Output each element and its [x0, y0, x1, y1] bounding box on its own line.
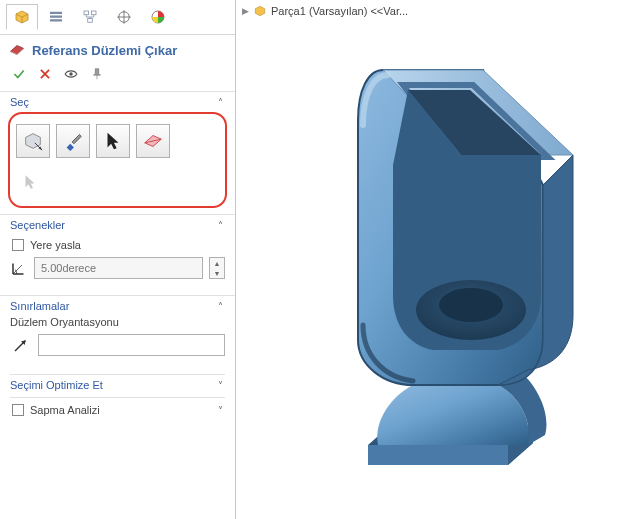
tab-configuration-manager[interactable] — [74, 4, 106, 30]
angle-icon — [10, 259, 28, 277]
direction-arrow-icon — [12, 336, 30, 354]
svg-rect-5 — [88, 19, 93, 23]
plane-orientation-input[interactable] — [38, 334, 225, 356]
chevron-up-icon: ˄ — [218, 220, 223, 231]
section-constraints-label: Sınırlamalar — [10, 300, 69, 312]
snap-to-ground-checkbox[interactable] — [12, 239, 24, 251]
plane-orientation-label: Düzlem Oryantasyonu — [10, 316, 225, 330]
cursor-light-icon — [21, 173, 39, 191]
cursor-deselect-tool[interactable] — [16, 168, 44, 196]
angle-stepper[interactable]: ▲ ▼ — [209, 257, 225, 279]
chevron-up-icon: ˄ — [218, 97, 223, 108]
section-constraints-body: Düzlem Oryantasyonu — [0, 314, 235, 374]
crosshair-icon — [115, 8, 133, 26]
section-constraints-header[interactable]: Sınırlamalar ˄ — [0, 295, 235, 314]
graphics-viewport[interactable]: ▶ Parça1 (Varsayılan) <<Var... — [236, 0, 639, 519]
list-icon — [47, 8, 65, 26]
svg-point-10 — [439, 288, 503, 322]
tree-icon — [81, 8, 99, 26]
model-render — [236, 0, 639, 519]
command-action-row — [0, 63, 235, 92]
pin-button[interactable] — [88, 65, 106, 83]
tangent-select-tool[interactable] — [136, 124, 170, 158]
part-mesh-graphic — [273, 25, 603, 495]
pointer-select-tool[interactable] — [96, 124, 130, 158]
cancel-button[interactable] — [36, 65, 54, 83]
section-options-body: Yere yasla 5.00derece ▲ ▼ — [0, 233, 235, 295]
angle-input-value: 5.00derece — [41, 262, 96, 274]
reference-plane-icon — [8, 41, 26, 59]
angle-input[interactable]: 5.00derece — [34, 257, 203, 279]
deviation-analysis-label: Sapma Analizi — [30, 404, 100, 416]
deviation-analysis-checkbox[interactable] — [12, 404, 24, 416]
svg-rect-0 — [50, 12, 62, 14]
chevron-down-icon: ˅ — [218, 380, 223, 391]
eye-icon — [64, 67, 78, 81]
chevron-up-icon: ˄ — [218, 301, 223, 312]
property-manager-panel: Referans Düzlemi Çıkar — [0, 0, 236, 519]
svg-point-8 — [69, 72, 73, 76]
appearance-icon — [149, 8, 167, 26]
selection-tools-highlight — [8, 112, 227, 208]
section-optimize-label: Seçimi Optimize Et — [10, 379, 103, 391]
section-optimize-header[interactable]: Seçimi Optimize Et ˅ — [0, 375, 235, 393]
section-select-label: Seç — [10, 96, 29, 108]
tab-dimxpert-manager[interactable] — [108, 4, 140, 30]
paint-select-tool[interactable] — [56, 124, 90, 158]
brush-icon — [62, 130, 84, 152]
command-title: Referans Düzlemi Çıkar — [32, 43, 177, 58]
preview-button[interactable] — [62, 65, 80, 83]
section-options-label: Seçenekler — [10, 219, 65, 231]
cube-icon — [13, 8, 31, 26]
tab-property-manager[interactable] — [40, 4, 72, 30]
deviation-analysis-row[interactable]: Sapma Analizi — [10, 400, 102, 420]
snap-to-ground-label: Yere yasla — [30, 239, 81, 251]
tab-feature-manager[interactable] — [6, 4, 38, 30]
tangent-icon — [142, 130, 164, 152]
face-select-icon — [22, 130, 44, 152]
svg-rect-2 — [50, 19, 62, 21]
pin-icon — [90, 67, 104, 81]
check-icon — [12, 67, 26, 81]
select-face-tool[interactable] — [16, 124, 50, 158]
stepper-down-icon[interactable]: ▼ — [210, 268, 224, 278]
cursor-icon — [102, 130, 124, 152]
tab-display-manager[interactable] — [142, 4, 174, 30]
svg-rect-1 — [50, 16, 62, 18]
chevron-down-icon: ˅ — [218, 405, 225, 416]
section-options-header[interactable]: Seçenekler ˄ — [0, 214, 235, 233]
panel-tabs — [0, 0, 235, 35]
svg-rect-4 — [92, 11, 97, 15]
snap-to-ground-row[interactable]: Yere yasla — [10, 235, 225, 255]
section-select-header[interactable]: Seç ˄ — [0, 92, 235, 110]
ok-button[interactable] — [10, 65, 28, 83]
stepper-up-icon[interactable]: ▲ — [210, 258, 224, 268]
command-title-row: Referans Düzlemi Çıkar — [0, 35, 235, 63]
section-deviation-body: Sapma Analizi ˅ — [0, 398, 235, 428]
close-icon — [38, 67, 52, 81]
svg-rect-3 — [84, 11, 89, 15]
